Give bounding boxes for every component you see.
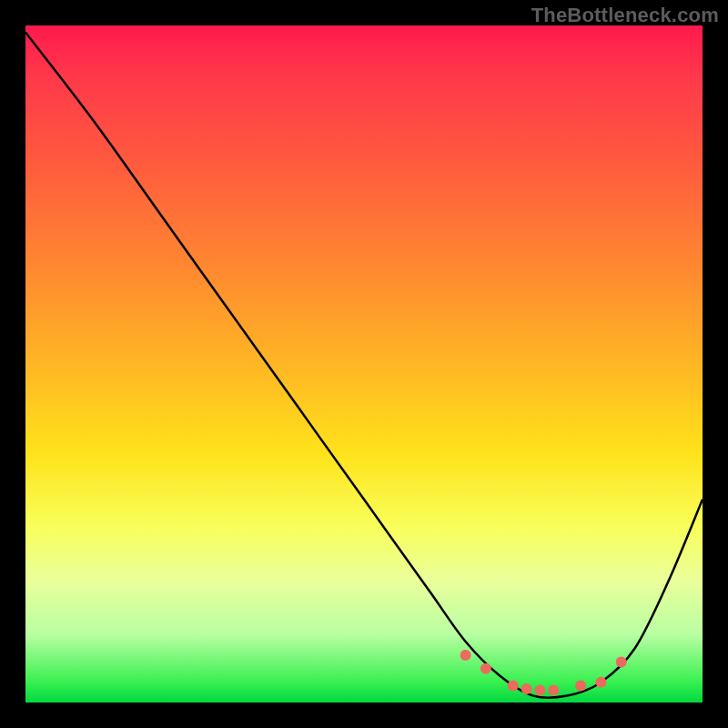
marker-group — [460, 650, 627, 696]
chart-frame: TheBottleneck.com — [0, 0, 728, 728]
plot-area — [25, 25, 703, 703]
marker-dot — [460, 650, 471, 661]
marker-dot — [508, 680, 519, 691]
marker-dot — [616, 656, 627, 667]
bottleneck-curve — [25, 32, 703, 698]
marker-dot — [534, 685, 545, 696]
marker-dot — [480, 663, 491, 674]
curve-layer — [25, 25, 703, 703]
watermark-text: TheBottleneck.com — [531, 4, 719, 27]
marker-dot — [575, 680, 586, 691]
marker-dot — [548, 685, 559, 696]
marker-dot — [521, 683, 532, 694]
marker-dot — [595, 677, 606, 688]
